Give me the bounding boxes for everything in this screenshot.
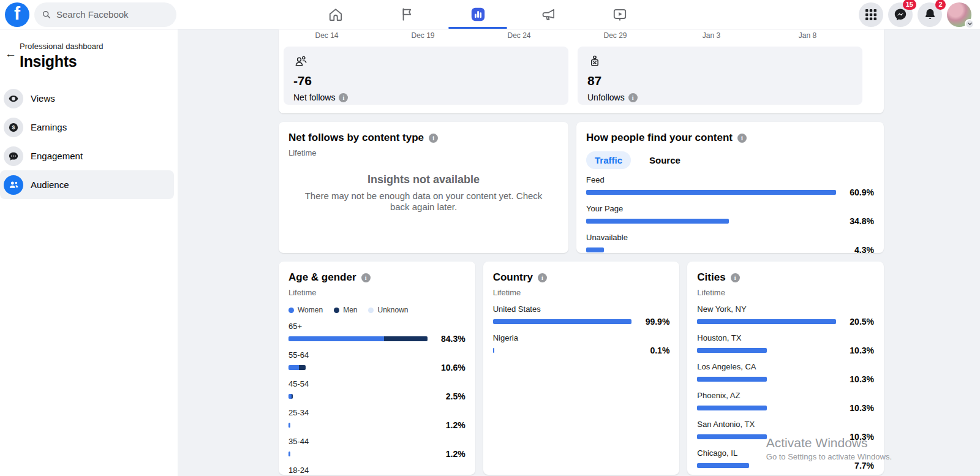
notifications-badge: 2 [935, 0, 946, 10]
bar-fill [697, 434, 767, 439]
bar-label: Unavailable [586, 233, 874, 243]
info-icon[interactable]: i [361, 273, 371, 282]
bar-row: Chicago, IL7.7% [697, 448, 874, 470]
info-icon[interactable]: i [731, 273, 740, 282]
legend-label: Women [298, 306, 323, 314]
chevron-down-icon [965, 19, 974, 29]
bar-value: 10.3% [842, 432, 874, 442]
bar-label: 35-44 [288, 437, 466, 447]
center-nav-tabs [301, 0, 654, 29]
profile-avatar[interactable] [947, 2, 971, 27]
tab-pages[interactable] [372, 0, 441, 29]
bar-segment [586, 247, 604, 252]
info-icon[interactable]: i [429, 134, 438, 143]
facebook-logo-icon[interactable]: f [5, 2, 29, 27]
messenger-badge: 15 [903, 0, 916, 10]
bar-track [697, 377, 836, 382]
megaphone-icon [541, 7, 557, 23]
bar-value: 1.2% [434, 420, 466, 430]
bar-fill [288, 336, 428, 341]
legend-dot [288, 308, 294, 313]
empty-state-message: There may not be enough data on your con… [298, 191, 550, 213]
messenger-button[interactable]: 15 [888, 2, 913, 27]
tab-traffic[interactable]: Traffic [586, 151, 631, 169]
bar-value: 7.7% [842, 461, 874, 470]
dollar-icon: $ [4, 118, 23, 137]
bell-icon [923, 7, 937, 21]
tab-video[interactable] [586, 0, 654, 29]
period-label: Lifetime [288, 148, 559, 157]
sidebar-item-earnings[interactable]: $Earnings [0, 113, 174, 142]
country-bars: United States99.9%Nigeria0.1% [493, 304, 670, 355]
bar-row: Phoenix, AZ10.3% [697, 391, 874, 413]
bar-row: Feed60.9% [586, 175, 874, 197]
tab-insights[interactable] [443, 0, 512, 29]
traffic-bars: Feed60.9%Your Page34.8%Unavailable4.3% [586, 175, 874, 255]
bar-value: 4.3% [842, 245, 874, 255]
search-input[interactable] [56, 9, 160, 20]
bar-segment [697, 434, 767, 439]
bar-track [586, 219, 836, 224]
bar-row: 65+84.3% [288, 322, 466, 344]
search-bar[interactable] [34, 2, 176, 27]
age-gender-card: Age & gender i Lifetime WomenMenUnknown … [279, 262, 475, 475]
apps-grid-icon [865, 9, 877, 21]
bar-row: New York, NY20.5% [697, 304, 874, 327]
sidebar-item-audience[interactable]: Audience [0, 170, 174, 199]
video-icon [612, 7, 628, 23]
bar-row: Houston, TX10.3% [697, 333, 874, 355]
card-title: Age & gender [288, 271, 356, 284]
sidebar-item-label: Audience [31, 179, 69, 190]
women-segment [288, 365, 299, 370]
bar-fill [586, 247, 604, 252]
bar-fill [697, 377, 767, 382]
bar-segment [493, 348, 494, 353]
bar-track [288, 365, 428, 370]
bar-label: 65+ [288, 322, 466, 331]
page-title: Insights [20, 53, 104, 70]
bar-value: 99.9% [638, 317, 669, 327]
cities-card: Cities i Lifetime New York, NY20.5%Houst… [687, 262, 884, 475]
sidebar-item-views[interactable]: Views [0, 84, 174, 113]
flag-icon [399, 7, 415, 22]
chart-date-axis: Dec 14Dec 19Dec 24Dec 29Jan 3Jan 8 [279, 31, 884, 40]
info-icon[interactable]: i [737, 134, 747, 143]
back-arrow-icon[interactable]: ← [5, 47, 20, 70]
bar-value: 20.5% [842, 317, 874, 327]
legend-item-men: Men [334, 306, 357, 314]
info-icon[interactable]: i [538, 273, 547, 282]
bar-row: Los Angeles, CA10.3% [697, 362, 874, 384]
user-remove-icon [587, 59, 602, 70]
sidebar-item-engagement[interactable]: Engagement [0, 142, 174, 170]
info-icon[interactable]: i [339, 93, 348, 102]
bar-row: 45-542.5% [288, 379, 466, 401]
bar-track [288, 394, 428, 399]
search-icon [42, 10, 51, 20]
bar-track [697, 463, 836, 468]
tab-ads[interactable] [514, 0, 583, 29]
bar-segment [697, 463, 749, 468]
bar-label: Nigeria [493, 333, 670, 343]
bar-fill [697, 348, 767, 353]
notifications-button[interactable]: 2 [918, 2, 942, 27]
bar-fill [697, 319, 836, 324]
country-card: Country i Lifetime United States99.9%Nig… [483, 262, 680, 475]
net-follows-by-content-type-card: Net follows by content type i Lifetime I… [279, 122, 568, 253]
top-navigation-bar: f [0, 0, 980, 29]
stat-tile: 87Unfollowsi [578, 47, 862, 105]
sidebar-item-label: Views [31, 93, 55, 104]
bar-label: Your Page [586, 204, 874, 214]
card-title: Cities [697, 271, 725, 284]
bar-track [697, 406, 836, 410]
bar-fill [288, 365, 306, 370]
user-follow-icon [293, 59, 308, 70]
bar-label: United States [493, 304, 670, 314]
apps-menu-button[interactable] [859, 2, 883, 27]
tab-home[interactable] [301, 0, 370, 29]
card-title: Country [493, 271, 533, 284]
legend-label: Unknown [377, 306, 408, 314]
bar-label: Los Angeles, CA [697, 362, 874, 372]
tab-source[interactable]: Source [641, 151, 689, 169]
info-icon[interactable]: i [628, 93, 638, 102]
bar-segment [697, 348, 767, 353]
